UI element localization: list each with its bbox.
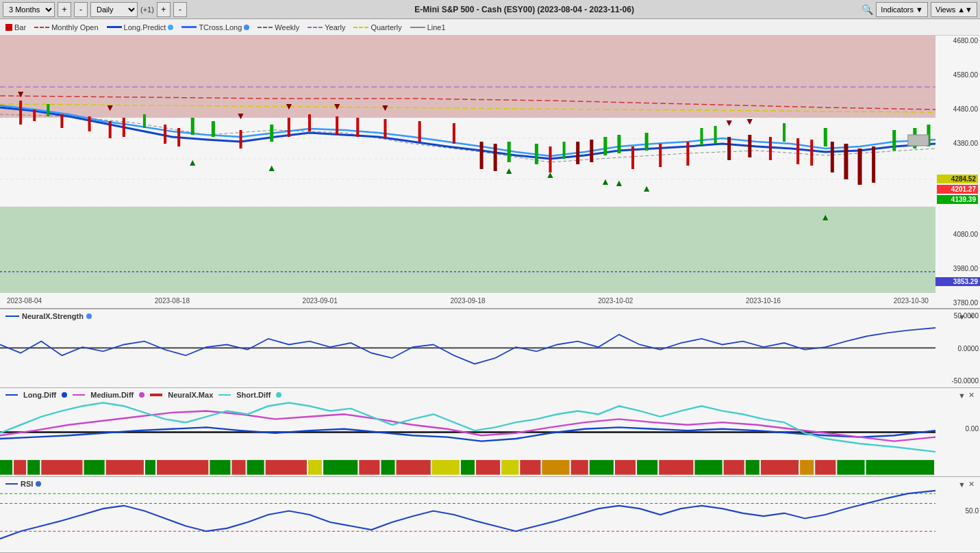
price-label-4201: 4201.27 — [937, 185, 978, 194]
neuralx-collapse-btn[interactable]: ▼ — [958, 312, 966, 321]
quarterly-label: Quarterly — [370, 23, 401, 31]
svg-rect-89 — [145, 460, 155, 475]
rsi-collapse-btn[interactable]: ▼ — [958, 480, 966, 489]
neuralx-y-0: 0.0000 — [937, 345, 979, 352]
svg-rect-83 — [0, 460, 12, 475]
diff-chart-area[interactable] — [0, 388, 935, 476]
yearly-label: Yearly — [325, 23, 345, 31]
oversold-zone — [0, 207, 935, 293]
svg-rect-92 — [231, 460, 245, 475]
svg-rect-104 — [520, 460, 540, 475]
neuralx-dot — [86, 313, 92, 319]
rsi-panel[interactable]: RSI ▼ ✕ 50.0 — [0, 477, 980, 553]
svg-rect-114 — [761, 460, 799, 475]
bar-legend-color — [5, 24, 12, 31]
rsi-close-btn[interactable]: ✕ — [968, 480, 975, 489]
long-diff-line-icon — [5, 394, 18, 396]
svg-text:▲: ▲ — [267, 162, 277, 173]
long-predict-dot — [168, 25, 173, 30]
toolbar: 3 Months 1 Day 1 Week 1 Month 6 Months 1… — [0, 0, 980, 19]
x-label-1030: 2023-10-30 — [894, 297, 929, 305]
price-chart-area[interactable]: ▼ ▼ ▼ ▼ ▼ ▼ ▼ ▼ ▲ ▲ ▲ ▲ ▲ ▲ ▲ ▲ — [0, 36, 935, 293]
legend-long-predict: Long.Predict — [107, 23, 174, 31]
period-minus-btn[interactable]: - — [74, 2, 88, 17]
svg-rect-101 — [461, 460, 475, 475]
svg-text:▲: ▲ — [642, 183, 651, 194]
svg-text:▲: ▲ — [820, 211, 830, 222]
monthly-open-label: Monthly Open — [51, 23, 98, 31]
legend-bar-item: Bar — [5, 23, 26, 31]
svg-rect-85 — [27, 460, 40, 475]
svg-rect-91 — [210, 460, 230, 475]
svg-rect-105 — [542, 460, 569, 475]
svg-rect-87 — [84, 460, 105, 475]
rsi-chart-area[interactable] — [0, 477, 935, 552]
price-panel[interactable]: ▼ ▼ ▼ ▼ ▼ ▼ ▼ ▼ ▲ ▲ ▲ ▲ ▲ ▲ ▲ ▲ — [0, 36, 980, 309]
indicators-button[interactable]: Indicators ▼ — [876, 2, 928, 17]
svg-rect-113 — [746, 460, 759, 475]
svg-text:▼: ▼ — [725, 117, 734, 128]
medium-diff-dot — [139, 392, 145, 398]
neuralx-max-icon — [150, 394, 162, 396]
diff-y-axis: 0.00 — [935, 388, 980, 476]
x-label-0918: 2023-09-18 — [450, 297, 485, 305]
period-plus-btn[interactable]: + — [58, 2, 71, 17]
weekly-label: Weekly — [275, 23, 299, 31]
svg-rect-116 — [815, 460, 835, 475]
tcross-long-color — [181, 26, 197, 28]
legend-line1: Line1 — [410, 23, 446, 31]
svg-rect-93 — [247, 460, 264, 475]
plus1-label: (+1) — [140, 5, 154, 14]
diff-close-btn[interactable]: ✕ — [968, 391, 975, 400]
svg-text:▼: ▼ — [105, 102, 115, 113]
y-label-3780: 3780.00 — [937, 299, 978, 307]
rsi-label: RSI — [5, 480, 41, 488]
bar-legend-label: Bar — [14, 23, 26, 31]
svg-rect-118 — [866, 460, 934, 475]
tcross-long-label: TCross.Long — [199, 23, 242, 31]
zoom-plus-btn[interactable]: + — [157, 2, 171, 17]
line1-label: Line1 — [427, 23, 446, 31]
svg-rect-94 — [266, 460, 307, 475]
rsi-dot — [36, 481, 41, 487]
neuralx-y-axis: 50.0000 0.0000 -50.0000 — [935, 309, 980, 387]
svg-rect-108 — [615, 460, 636, 475]
neuralx-chart-area[interactable] — [0, 309, 935, 387]
x-label-1002: 2023-10-02 — [598, 297, 633, 305]
diff-panel[interactable]: Long.Diff Medium.Diff NeuralX.Max Short.… — [0, 388, 980, 477]
search-button[interactable]: 🔍 — [862, 4, 873, 15]
svg-rect-107 — [590, 460, 614, 475]
legend-weekly: Weekly — [257, 23, 299, 31]
diff-y-0: 0.00 — [937, 425, 979, 433]
svg-rect-98 — [381, 460, 394, 475]
neuralx-strength-panel[interactable]: NeuralX.Strength ▼ ✕ 50.0000 0.0000 -50.… — [0, 309, 980, 388]
price-y-axis: 4680.00 4580.00 4480.00 4380.00 4284.52 … — [935, 36, 980, 308]
price-label-4284: 4284.52 — [937, 175, 978, 183]
diff-collapse-btn[interactable]: ▼ — [958, 391, 966, 400]
short-diff-dot — [276, 392, 281, 398]
y-label-4580: 4580.00 — [937, 71, 978, 79]
x-label-0901: 2023-09-01 — [303, 297, 338, 305]
diff-controls: ▼ ✕ — [958, 391, 975, 400]
svg-rect-99 — [397, 460, 431, 475]
svg-text:▲: ▲ — [504, 165, 514, 176]
neuralx-close-btn[interactable]: ✕ — [968, 312, 975, 321]
views-button[interactable]: Views ▲▼ — [931, 2, 977, 17]
svg-rect-95 — [308, 460, 322, 475]
period-select[interactable]: 3 Months 1 Day 1 Week 1 Month 6 Months 1… — [3, 2, 55, 17]
legend-monthly-open: Monthly Open — [34, 23, 98, 31]
chart-container: Bar Monthly Open Long.Predict TCross.Lon… — [0, 19, 980, 553]
svg-text:▼: ▼ — [381, 102, 390, 113]
svg-text:▲: ▲ — [614, 177, 624, 188]
svg-text:▼: ▼ — [236, 110, 246, 121]
interval-select[interactable]: Daily 1 Min 5 Min 15 Min 30 Min 60 Min W… — [90, 2, 138, 17]
svg-rect-115 — [800, 460, 814, 475]
x-label-0804: 2023-08-04 — [7, 297, 42, 305]
y-label-4480: 4480.00 — [937, 105, 978, 113]
zoom-minus-btn[interactable]: - — [173, 2, 187, 17]
neuralx-y-n50: -50.0000 — [937, 377, 979, 385]
svg-text:▼: ▼ — [745, 116, 755, 127]
svg-rect-97 — [359, 460, 379, 475]
chart-title: E-Mini S&P 500 - Cash (ESY00) (2023-08-0… — [190, 5, 859, 14]
y-label-4680: 4680.00 — [937, 37, 978, 44]
